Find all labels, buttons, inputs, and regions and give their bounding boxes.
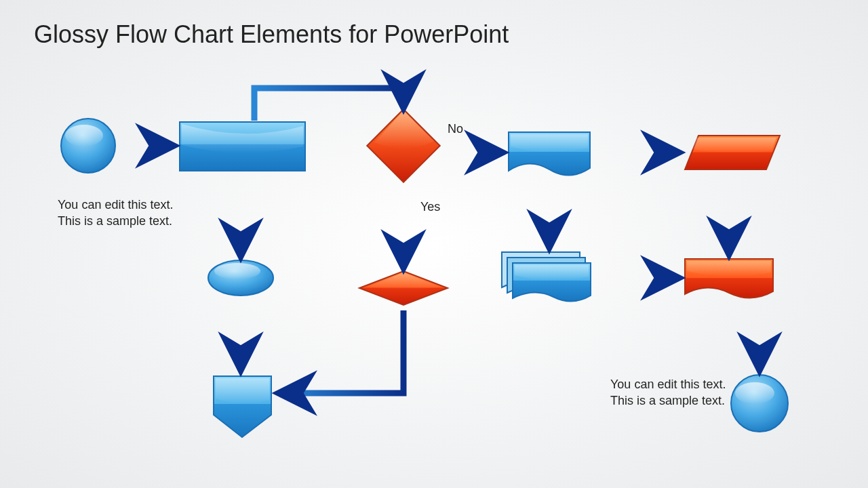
- node-decision: [367, 109, 439, 182]
- arrow-process-decision-loop: [254, 88, 403, 121]
- node-document-orange: [685, 259, 773, 298]
- node-input-output: [685, 136, 780, 169]
- flowchart-canvas: [0, 0, 868, 488]
- node-multi-document: [502, 252, 591, 302]
- svg-point-7: [735, 382, 774, 404]
- node-ellipse: [208, 260, 273, 296]
- arrow-flatdec-offpage: [281, 310, 403, 393]
- slide: Glossy Flow Chart Elements for PowerPoin…: [0, 0, 868, 488]
- node-document-blue: [509, 132, 590, 176]
- svg-point-5: [214, 263, 260, 279]
- node-end-terminator: [731, 375, 788, 432]
- node-off-page: [214, 376, 271, 437]
- node-decision-flat: [359, 271, 448, 305]
- svg-point-1: [65, 125, 103, 146]
- node-process: [180, 122, 305, 171]
- node-start-terminator: [61, 119, 115, 173]
